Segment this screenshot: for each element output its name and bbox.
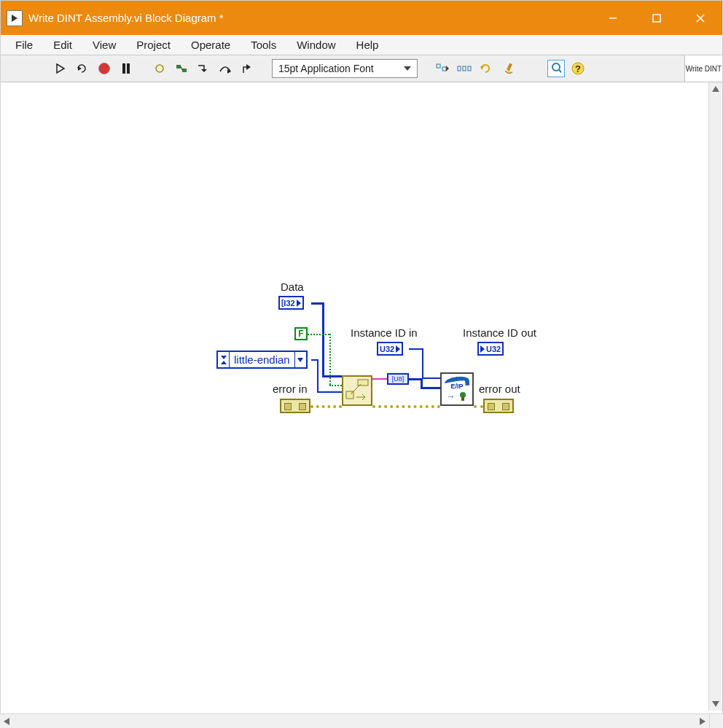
constant-boolean-false[interactable]: F bbox=[294, 327, 308, 340]
vi-file-icon bbox=[7, 10, 23, 26]
dropdown-caret-icon bbox=[404, 66, 411, 71]
svg-marker-36 bbox=[4, 718, 9, 725]
terminal-instance-id-out[interactable]: U32 bbox=[477, 342, 504, 356]
tree-icon bbox=[458, 392, 468, 401]
toolbar: 15pt Application Font ? Write DINT bbox=[1, 55, 722, 82]
menu-help[interactable]: Help bbox=[348, 36, 388, 54]
scroll-down-icon[interactable] bbox=[709, 697, 722, 711]
context-help-button[interactable]: ? bbox=[569, 60, 587, 77]
terminal-data-i32[interactable]: [I32 bbox=[278, 296, 304, 310]
run-button[interactable] bbox=[52, 60, 69, 77]
svg-rect-15 bbox=[437, 64, 440, 68]
constant-byte-order-ring[interactable]: little-endian bbox=[216, 351, 308, 369]
svg-line-10 bbox=[181, 66, 182, 70]
highlight-execution-button[interactable] bbox=[151, 60, 168, 77]
svg-rect-33 bbox=[461, 397, 464, 401]
node-ethernet-ip-write[interactable]: E/IP → bbox=[440, 372, 474, 406]
label-error-in: error in bbox=[273, 383, 308, 395]
vi-icon-connector-pane[interactable]: Write DINT bbox=[684, 55, 722, 82]
node-flatten-to-string[interactable] bbox=[342, 375, 372, 406]
svg-marker-13 bbox=[246, 64, 251, 70]
svg-rect-30 bbox=[358, 380, 368, 385]
menu-project[interactable]: Project bbox=[128, 36, 179, 54]
svg-line-24 bbox=[559, 70, 561, 74]
ring-dropdown-icon[interactable] bbox=[294, 352, 306, 367]
menu-window[interactable]: Window bbox=[288, 36, 344, 54]
scroll-left-icon[interactable] bbox=[0, 718, 13, 725]
svg-point-23 bbox=[552, 63, 560, 71]
run-continuously-button[interactable] bbox=[74, 60, 91, 77]
svg-rect-8 bbox=[176, 65, 181, 69]
search-button[interactable] bbox=[547, 60, 565, 77]
step-into-button[interactable] bbox=[195, 60, 212, 77]
ring-increment-icon[interactable] bbox=[218, 352, 230, 367]
svg-rect-9 bbox=[182, 69, 187, 72]
block-diagram-canvas[interactable]: Data [I32 F Instance ID in U32 Instance … bbox=[1, 82, 722, 711]
close-button[interactable] bbox=[679, 1, 722, 35]
svg-marker-14 bbox=[404, 66, 411, 71]
svg-text:?: ? bbox=[575, 63, 581, 74]
svg-marker-35 bbox=[712, 701, 719, 707]
vertical-scrollbar[interactable] bbox=[708, 82, 722, 711]
scroll-up-icon[interactable] bbox=[709, 82, 722, 95]
terminal-error-in[interactable] bbox=[280, 399, 310, 413]
menu-edit[interactable]: Edit bbox=[44, 36, 81, 54]
abort-button[interactable] bbox=[95, 60, 113, 77]
svg-rect-16 bbox=[442, 67, 446, 71]
maximize-button[interactable] bbox=[635, 1, 679, 35]
pause-button[interactable] bbox=[117, 60, 135, 77]
svg-marker-21 bbox=[480, 66, 484, 70]
svg-marker-29 bbox=[297, 358, 303, 362]
menu-view[interactable]: View bbox=[84, 36, 125, 54]
step-over-button[interactable] bbox=[216, 60, 234, 77]
svg-marker-4 bbox=[57, 64, 64, 73]
label-instance-id-out: Instance ID out bbox=[463, 326, 536, 339]
menu-file[interactable]: File bbox=[7, 36, 42, 54]
font-dropdown[interactable]: 15pt Application Font bbox=[272, 59, 418, 78]
distribute-objects-button[interactable] bbox=[456, 60, 473, 77]
svg-rect-1 bbox=[653, 15, 660, 22]
svg-rect-20 bbox=[468, 66, 471, 71]
svg-rect-18 bbox=[458, 66, 461, 71]
ring-value: little-endian bbox=[230, 353, 294, 366]
svg-marker-5 bbox=[78, 66, 82, 71]
menu-bar: File Edit View Project Operate Tools Win… bbox=[1, 35, 722, 55]
eip-swoosh-icon bbox=[444, 375, 470, 389]
align-objects-button[interactable] bbox=[434, 60, 451, 77]
svg-marker-28 bbox=[221, 361, 227, 364]
horizontal-scrollbar[interactable] bbox=[0, 713, 723, 728]
step-out-button[interactable] bbox=[238, 60, 256, 77]
terminal-instance-id-in[interactable]: U32 bbox=[377, 342, 403, 356]
reorder-button[interactable] bbox=[477, 60, 495, 77]
label-data: Data bbox=[281, 281, 304, 293]
svg-rect-19 bbox=[463, 66, 466, 71]
svg-point-7 bbox=[158, 67, 161, 70]
terminal-error-out[interactable] bbox=[483, 399, 514, 413]
font-dropdown-label: 15pt Application Font bbox=[278, 63, 374, 74]
svg-marker-17 bbox=[446, 66, 449, 71]
window-titlebar: Write DINT Assembly.vi Block Diagram * bbox=[1, 1, 722, 35]
menu-operate[interactable]: Operate bbox=[182, 36, 239, 54]
svg-marker-34 bbox=[712, 86, 719, 92]
retain-wire-values-button[interactable] bbox=[173, 60, 190, 77]
svg-rect-22 bbox=[507, 63, 512, 71]
scroll-right-icon[interactable] bbox=[696, 718, 709, 725]
menu-tools[interactable]: Tools bbox=[242, 36, 285, 54]
svg-marker-11 bbox=[201, 69, 207, 72]
minimize-button[interactable] bbox=[591, 1, 635, 35]
svg-marker-37 bbox=[700, 718, 706, 725]
coercion-u8-array: [U8] bbox=[387, 373, 409, 385]
window-title: Write DINT Assembly.vi Block Diagram * bbox=[28, 12, 224, 24]
cleanup-diagram-button[interactable] bbox=[499, 60, 517, 77]
label-instance-id-in: Instance ID in bbox=[351, 326, 418, 339]
label-error-out: error out bbox=[479, 383, 520, 395]
svg-marker-27 bbox=[221, 356, 227, 359]
svg-point-32 bbox=[460, 392, 466, 398]
